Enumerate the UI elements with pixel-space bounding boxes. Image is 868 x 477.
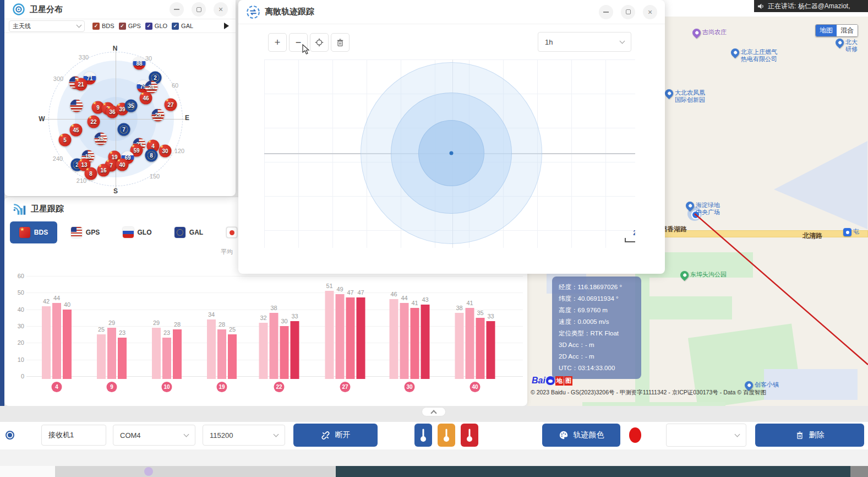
snr-bar: 51 (325, 291, 334, 379)
baidu-logo-text: Bai (532, 376, 545, 386)
distribution-titlebar: 卫星分布 × (4, 0, 236, 19)
checkbox-checked-icon[interactable]: ✓ (119, 23, 126, 30)
satellite-marker[interactable]: 8 (145, 149, 158, 162)
satellite-marker[interactable]: 25 (95, 133, 107, 145)
taskbar-app-icon[interactable] (144, 467, 153, 476)
thermometer-orange-button[interactable] (438, 424, 455, 447)
bar-value-label: 44 (401, 295, 407, 301)
y-axis-tick: 10 (9, 356, 24, 363)
snr-bar: 35 (476, 318, 485, 379)
satellite-marker[interactable] (70, 100, 83, 112)
disconnect-button[interactable]: 断开 (293, 424, 378, 447)
clear-trajectory-button[interactable] (331, 33, 350, 52)
minimize-button[interactable] (170, 2, 184, 17)
snr-bar: 44 (400, 303, 409, 379)
meeting-overlay-bar: 正在讲话: 杨仁器@Amaziot, (754, 0, 868, 12)
close-button[interactable]: × (214, 2, 228, 17)
track-color-button[interactable]: 轨迹颜色 (542, 424, 620, 447)
trajectory-plot[interactable]: 2.5m (264, 59, 635, 248)
satellite-prn: 35 (128, 103, 134, 109)
bar-group: 342825 (207, 319, 237, 379)
baud-rate-select[interactable]: 115200 (203, 425, 285, 446)
bar-value-label: 43 (422, 296, 428, 303)
satellite-prn: 9 (96, 105, 100, 111)
satellite-marker[interactable]: 35 (125, 100, 138, 112)
trash-icon (795, 431, 804, 440)
checkbox-checked-icon[interactable]: ✓ (92, 23, 100, 30)
trash-icon (336, 38, 345, 47)
thermometer-red-button[interactable] (461, 424, 478, 447)
constellation-filter-glo[interactable]: ✓GLO (145, 23, 167, 30)
info-row: 高度：69.9760 m (559, 305, 635, 316)
satellite-marker[interactable]: 88 (133, 57, 146, 70)
meeting-speaker-text: 正在讲话: 杨仁器@Amaziot, (768, 2, 850, 11)
satellite-prn: 29 (155, 112, 161, 118)
checkbox-checked-icon[interactable]: ✓ (145, 23, 152, 30)
collapse-toolbar-button[interactable] (422, 407, 446, 416)
bar-group: 252923 (97, 328, 127, 379)
satellite-marker[interactable]: 22 (88, 116, 100, 128)
bar-value-label: 29 (108, 319, 115, 326)
azimuth-label: 150 (150, 173, 160, 180)
palette-icon (559, 430, 569, 440)
constellation-filter-gps[interactable]: ✓GPS (119, 23, 141, 30)
constellation-filter-gal[interactable]: ✓GAL (172, 23, 193, 30)
maximize-button[interactable] (192, 2, 206, 17)
compass-s: S (113, 187, 118, 195)
track-color-swatch[interactable] (629, 427, 641, 443)
satellite-marker[interactable]: 8 (85, 167, 97, 180)
baidu-logo-char: 图 (564, 376, 572, 386)
satellite-marker[interactable]: 27 (165, 99, 177, 111)
satellite-marker[interactable]: 45 (70, 124, 83, 137)
satellite-marker[interactable]: 29 (152, 109, 165, 122)
checkbox-checked-icon[interactable]: ✓ (172, 23, 179, 30)
snr-bar: 29 (107, 328, 116, 379)
desktop-taskbar (0, 466, 868, 477)
satellite-marker[interactable]: 5 (59, 134, 72, 147)
bar-value-label: 41 (466, 300, 473, 306)
close-button[interactable]: × (643, 5, 657, 19)
baidu-paw-icon (546, 376, 555, 385)
y-axis-tick: 40 (9, 306, 24, 313)
more-arrow-icon[interactable] (224, 23, 229, 29)
snr-bar: 49 (336, 294, 345, 379)
bar-value-label: 51 (326, 283, 332, 289)
center-target-button[interactable] (310, 33, 329, 52)
snr-bar: 41 (466, 308, 474, 379)
satellite-marker[interactable]: 7 (118, 123, 130, 136)
satellite-marker[interactable]: 30 (159, 145, 172, 158)
satellite-marker[interactable]: 46 (140, 92, 152, 105)
receiver-radio[interactable] (6, 431, 14, 440)
delete-label: 删除 (809, 430, 825, 440)
antenna-select[interactable]: 主天线 (9, 20, 85, 32)
bar-value-label: 49 (336, 286, 343, 292)
thermometer-blue-button[interactable] (414, 424, 432, 447)
bar-value-label: 40 (64, 301, 70, 308)
bar-value-label: 47 (347, 289, 353, 296)
zoom-in-button[interactable]: + (268, 33, 287, 52)
bar-value-label: 25 (229, 326, 236, 333)
track-select[interactable] (666, 424, 746, 447)
constellation-filter-bds[interactable]: ✓BDS (92, 23, 114, 30)
map-copyright: © 2023 Baidu - GS(2023)3206号 - 甲测资字11111… (531, 389, 766, 397)
delete-button[interactable]: 删除 (755, 424, 864, 447)
satellite-marker[interactable]: 16 (97, 164, 110, 177)
maximize-button[interactable] (621, 5, 635, 19)
snr-bar: 46 (390, 299, 398, 379)
satellite-marker[interactable]: 40 (116, 159, 129, 171)
snr-bar: 42 (42, 306, 51, 379)
track-color-label: 轨迹颜色 (574, 430, 604, 440)
chart-gridline (26, 276, 523, 277)
satellite-prn: 2 (154, 75, 157, 81)
minimize-button[interactable] (599, 5, 613, 19)
receiver-name-input[interactable] (41, 425, 106, 446)
speaker-icon (757, 3, 765, 10)
compass-n: N (113, 45, 118, 52)
bar-value-label: 38 (270, 305, 277, 311)
satellite-prn: 88 (136, 61, 142, 67)
azimuth-label: 210 (77, 177, 86, 184)
com-port-select[interactable]: COM4 (113, 425, 195, 446)
snr-bar: 40 (63, 310, 72, 379)
time-range-select[interactable]: 1h (538, 32, 631, 52)
satellite-marker[interactable]: 21 (75, 78, 88, 91)
